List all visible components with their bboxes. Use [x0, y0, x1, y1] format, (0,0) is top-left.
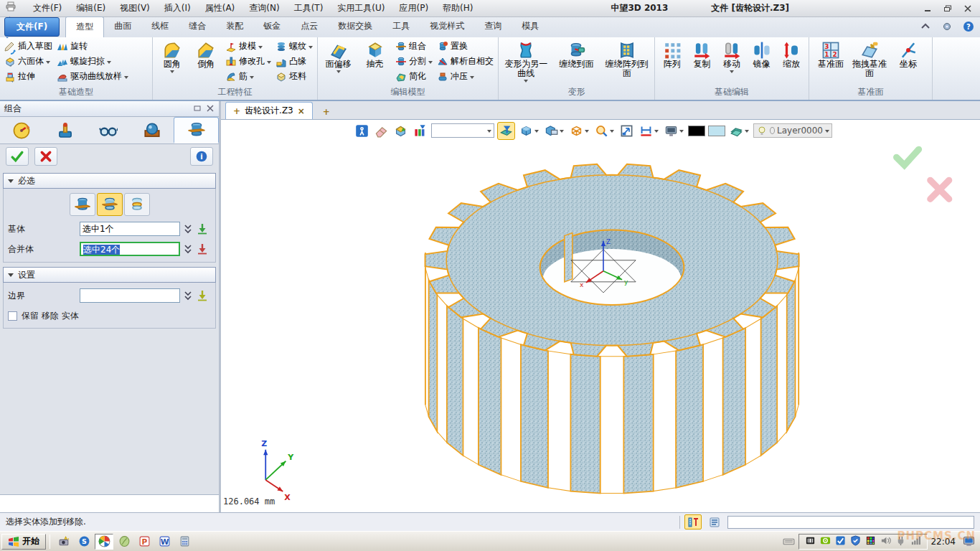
- shaded-cube-button[interactable]: [518, 123, 540, 139]
- dropdown-arrow-icon[interactable]: [470, 76, 474, 79]
- expand-chevrons-icon[interactable]: [183, 223, 193, 235]
- keyboard-layout-button[interactable]: [779, 534, 798, 550]
- ribbon-tab-[interactable]: 曲面: [104, 17, 141, 37]
- expand-chevrons-icon[interactable]: [183, 290, 193, 301]
- dropdown-arrow-icon[interactable]: [679, 130, 684, 133]
- pick-from-list-green-icon[interactable]: [196, 222, 209, 235]
- menu-applications[interactable]: 应用(P): [392, 1, 435, 16]
- ribbon-button[interactable]: 驱动曲线放样: [55, 69, 130, 84]
- close-button[interactable]: [960, 3, 976, 14]
- show-hide-button[interactable]: [392, 123, 409, 139]
- dropdown-arrow-icon[interactable]: [730, 70, 734, 73]
- ribbon-tab-[interactable]: 线框: [141, 17, 179, 37]
- media-player-tray-icon[interactable]: [805, 535, 816, 548]
- menu-tools[interactable]: 工具(T): [287, 1, 331, 16]
- sync-check-tray-icon[interactable]: [835, 535, 846, 548]
- notes-taskbar-button[interactable]: [115, 534, 133, 550]
- gear-model-canvas[interactable]: ZxyZYX: [221, 120, 980, 512]
- merge-field-input[interactable]: 选中24个: [80, 242, 180, 256]
- menu-help[interactable]: 帮助(H): [435, 1, 480, 16]
- ribbon-button[interactable]: 螺纹: [274, 39, 314, 54]
- ghost-ok-mark[interactable]: [897, 149, 919, 165]
- print-button[interactable]: [3, 0, 19, 14]
- ribbon-tab-[interactable]: 模具: [512, 17, 549, 37]
- info-button[interactable]: i: [190, 147, 213, 166]
- ribbon-button[interactable]: 分割: [394, 54, 434, 69]
- word-taskbar-button[interactable]: W: [155, 534, 174, 550]
- ribbon-button[interactable]: 坯料: [274, 69, 314, 84]
- zw3d-app-taskbar-button[interactable]: [95, 534, 113, 550]
- dropdown-arrow-icon[interactable]: [524, 80, 528, 83]
- ribbon-tab-[interactable]: 查询: [474, 17, 512, 37]
- required-section-header[interactable]: 必选: [3, 173, 216, 189]
- color-swatch[interactable]: [708, 126, 725, 136]
- dropdown-arrow-icon[interactable]: [654, 130, 659, 133]
- boundary-field-input[interactable]: [80, 288, 180, 303]
- ghost-cancel-mark[interactable]: [930, 180, 949, 199]
- bool-add-button[interactable]: [70, 193, 95, 216]
- ribbon-tab-[interactable]: 点云: [291, 17, 328, 37]
- dropdown-arrow-icon[interactable]: [534, 130, 539, 133]
- ribbon-button[interactable]: 复制: [688, 39, 717, 69]
- security-shield-tray-icon[interactable]: [850, 535, 861, 548]
- ok-button[interactable]: [6, 147, 29, 166]
- ribbon-button[interactable]: 面偏移: [321, 39, 356, 73]
- ribbon-button[interactable]: 倒角: [190, 39, 223, 69]
- minimize-button[interactable]: [920, 3, 936, 14]
- ribbon-button[interactable]: 缠绕阵列到面: [603, 39, 651, 78]
- menu-insert[interactable]: 插入(I): [157, 1, 198, 16]
- ribbon-button[interactable]: 阵列: [658, 39, 687, 69]
- show-desktop-button[interactable]: [959, 534, 978, 550]
- dropdown-arrow-icon[interactable]: [308, 46, 313, 49]
- panel-tab-visualize-manager[interactable]: [87, 117, 131, 143]
- dropdown-arrow-icon[interactable]: [46, 61, 50, 64]
- ribbon-button[interactable]: 312基准面: [812, 39, 849, 69]
- ribbon-button[interactable]: 坐标: [890, 39, 927, 69]
- ribbon-button[interactable]: 缠绕到面: [552, 39, 600, 69]
- ribbon-button[interactable]: 插入草图: [3, 39, 54, 54]
- wireframe-cube-button[interactable]: [568, 123, 590, 139]
- ribbon-tab-active[interactable]: 造型: [65, 17, 104, 37]
- ribbon-button[interactable]: 凸缘: [274, 54, 314, 69]
- dropdown-arrow-icon[interactable]: [267, 61, 271, 64]
- cancel-button[interactable]: [34, 147, 57, 166]
- dropdown-arrow-icon[interactable]: [336, 70, 341, 73]
- nvidia-tray-icon[interactable]: [820, 535, 831, 548]
- dropdown-arrow-icon[interactable]: [428, 61, 433, 64]
- ribbon-button[interactable]: 变形为另一曲线: [501, 39, 550, 83]
- dropdown-arrow-icon[interactable]: [250, 76, 254, 79]
- expand-chevrons-icon[interactable]: [183, 243, 193, 255]
- pick-from-list-yellow-icon[interactable]: [196, 289, 209, 302]
- ribbon-button[interactable]: 置换: [435, 39, 495, 54]
- dropdown-arrow-icon[interactable]: [585, 130, 589, 133]
- ribbon-tab-[interactable]: 钣金: [253, 17, 291, 37]
- ribbon-tab-[interactable]: 缝合: [179, 17, 216, 37]
- pick-from-list-red-icon[interactable]: [196, 242, 209, 255]
- browser-taskbar-button[interactable]: S: [75, 534, 93, 550]
- customize-button[interactable]: [941, 21, 953, 34]
- menu-view[interactable]: 视图(V): [113, 1, 157, 16]
- panel-tab-history-manager[interactable]: [0, 117, 44, 143]
- signal-tray-icon[interactable]: [910, 535, 921, 548]
- ribbon-button[interactable]: 修改孔: [224, 54, 273, 69]
- ribbon-button[interactable]: 解析自相交: [435, 54, 495, 69]
- display-button[interactable]: [663, 123, 685, 139]
- dropdown-arrow-icon[interactable]: [487, 130, 491, 133]
- pick-filter-button[interactable]: [497, 122, 515, 140]
- help-button[interactable]: ?: [963, 21, 974, 34]
- doc-tab-close-icon[interactable]: ×: [298, 106, 305, 116]
- dropdown-arrow-icon[interactable]: [745, 130, 749, 133]
- exit-input-button[interactable]: [354, 123, 370, 139]
- ribbon-button[interactable]: 六面体: [3, 54, 54, 69]
- command-list-button[interactable]: [706, 514, 723, 529]
- ribbon-button[interactable]: 筋: [224, 69, 273, 84]
- ribbon-button[interactable]: 圆角: [156, 39, 189, 73]
- powerpoint-taskbar-button[interactable]: P: [135, 534, 154, 550]
- ribbon-button[interactable]: 冲压: [435, 69, 495, 84]
- fit-window-button[interactable]: [618, 123, 635, 139]
- ribbon-button[interactable]: 移动: [717, 39, 746, 73]
- measure-h-button[interactable]: [638, 123, 660, 139]
- calculator-taskbar-button[interactable]: [175, 534, 194, 550]
- ribbon-tab-[interactable]: 数据交换: [328, 17, 382, 37]
- ribbon-button[interactable]: 镜像: [748, 39, 776, 69]
